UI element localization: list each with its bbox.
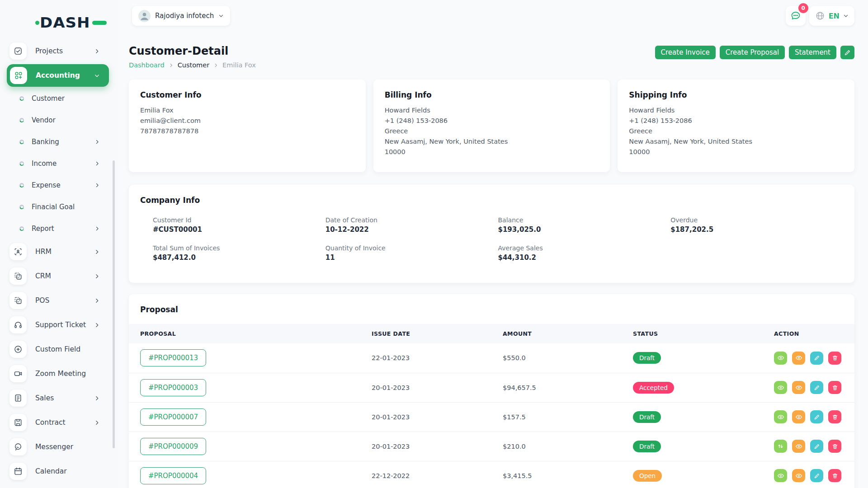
sidebar-item-report[interactable]: Report bbox=[7, 218, 109, 239]
statement-button[interactable]: Statement bbox=[789, 46, 836, 59]
field-quantity-of-invoice: Quantity of Invoice 11 bbox=[326, 244, 498, 262]
preview-button[interactable] bbox=[792, 469, 805, 482]
sidebar-item-sales[interactable]: Sales bbox=[7, 386, 109, 410]
sidebar-item-accounting[interactable]: Accounting bbox=[7, 64, 109, 87]
plus-circle-icon bbox=[9, 341, 27, 358]
proposal-id-link[interactable]: #PROP000003 bbox=[140, 379, 206, 396]
proposal-id-link[interactable]: #PROP000004 bbox=[140, 467, 206, 484]
preview-button[interactable] bbox=[792, 440, 805, 453]
create-proposal-button[interactable]: Create Proposal bbox=[720, 46, 785, 59]
proposal-id-link[interactable]: #PROP000013 bbox=[140, 349, 206, 366]
view-button[interactable] bbox=[774, 469, 787, 482]
sidebar-item-label: HRM bbox=[35, 248, 52, 256]
breadcrumb-customer[interactable]: Customer bbox=[178, 61, 209, 69]
headphones-icon bbox=[9, 316, 27, 333]
breadcrumb-dashboard[interactable]: Dashboard bbox=[129, 61, 165, 69]
notification-badge: 0 bbox=[798, 3, 808, 13]
sidebar-item-banking[interactable]: Banking bbox=[7, 131, 109, 153]
pencil-icon bbox=[814, 473, 820, 479]
create-invoice-button[interactable]: Create Invoice bbox=[655, 46, 716, 59]
globe-icon bbox=[815, 11, 825, 21]
language-selector[interactable]: EN bbox=[809, 6, 854, 26]
page-actions: Create Invoice Create Proposal Statement bbox=[655, 46, 854, 59]
preview-button[interactable] bbox=[792, 352, 805, 365]
shipping-zip: 10000 bbox=[629, 147, 843, 157]
eye-icon bbox=[777, 472, 784, 479]
company-selector[interactable]: Rajodiya infotech bbox=[132, 6, 230, 26]
sidebar-item-label: POS bbox=[35, 296, 49, 305]
amount: $550.0 bbox=[503, 343, 633, 373]
sidebar-item-label: Projects bbox=[35, 47, 63, 55]
sidebar-item-label: Income bbox=[32, 160, 57, 168]
bullet-icon bbox=[19, 161, 24, 166]
sidebar-scrollbar[interactable] bbox=[113, 160, 115, 448]
breadcrumb-separator bbox=[169, 63, 174, 68]
view-button[interactable] bbox=[774, 381, 787, 394]
sidebar-item-messenger[interactable]: Messenger bbox=[7, 435, 109, 459]
logo-dot bbox=[35, 21, 39, 25]
sidebar-item-vendor[interactable]: Vendor bbox=[7, 109, 109, 131]
convert-button[interactable] bbox=[774, 440, 787, 453]
chevron-right-icon bbox=[94, 249, 100, 255]
sidebar-item-finacial-goal[interactable]: Finacial Goal bbox=[7, 196, 109, 218]
sidebar-item-pos[interactable]: POS bbox=[7, 288, 109, 313]
preview-button[interactable] bbox=[792, 381, 805, 394]
sidebar-item-projects[interactable]: Projects bbox=[7, 39, 109, 63]
table-row: #PROP000003 20-01-2023 $94,657.5 Accepte… bbox=[129, 373, 854, 402]
eye-icon bbox=[795, 384, 802, 391]
sidebar-item-support-ticket[interactable]: Support Ticket bbox=[7, 313, 109, 337]
edit-button[interactable] bbox=[810, 381, 823, 394]
app-logo[interactable]: DASH bbox=[40, 14, 118, 32]
issue-date: 20-01-2023 bbox=[372, 432, 503, 461]
chevron-down-icon bbox=[843, 13, 849, 19]
sidebar-item-label: Report bbox=[32, 225, 54, 233]
breadcrumb-separator bbox=[213, 63, 218, 68]
proposal-card: Proposal PROPOSAL ISSUE DATE AMOUNT STAT… bbox=[129, 294, 854, 488]
delete-button[interactable] bbox=[828, 352, 841, 365]
table-row: #PROP000009 20-01-2023 $210.0 Draft bbox=[129, 432, 854, 461]
billing-country: Greece bbox=[385, 126, 599, 136]
sidebar-item-calendar[interactable]: Calendar bbox=[7, 459, 109, 483]
sidebar-item-contract[interactable]: Contract bbox=[7, 410, 109, 435]
edit-button[interactable] bbox=[810, 440, 823, 453]
proposal-id-link[interactable]: #PROP000009 bbox=[140, 438, 206, 455]
bullet-icon bbox=[19, 96, 24, 101]
amount: $94,657.5 bbox=[503, 373, 633, 402]
messages-button[interactable]: 0 bbox=[786, 6, 806, 26]
delete-button[interactable] bbox=[828, 381, 841, 394]
view-button[interactable] bbox=[774, 352, 787, 365]
edit-button[interactable] bbox=[810, 352, 823, 365]
pencil-icon bbox=[814, 385, 820, 391]
sidebar-item-zoom-meeting[interactable]: Zoom Meeting bbox=[7, 361, 109, 386]
status-badge: Open bbox=[633, 470, 662, 482]
eye-icon bbox=[777, 354, 784, 361]
edit-button[interactable] bbox=[810, 469, 823, 482]
edit-customer-button[interactable] bbox=[840, 46, 854, 59]
status-badge: Draft bbox=[633, 411, 661, 423]
sidebar-item-customer[interactable]: Customer bbox=[7, 88, 109, 109]
avatar bbox=[138, 10, 151, 22]
view-button[interactable] bbox=[774, 410, 787, 423]
sidebar-item-income[interactable]: Income bbox=[7, 153, 109, 174]
sidebar-item-hrm[interactable]: HRM bbox=[7, 239, 109, 264]
sidebar-item-label: Messenger bbox=[35, 443, 73, 451]
delete-button[interactable] bbox=[828, 440, 841, 453]
sidebar-item-expense[interactable]: Expense bbox=[7, 174, 109, 196]
amount: $157.5 bbox=[503, 402, 633, 432]
table-row: #PROP000004 22-12-2022 $3,415.5 Open bbox=[129, 461, 854, 488]
sidebar-nav: Projects Accounting Customer Vendor Bank… bbox=[7, 39, 109, 483]
status-badge: Accepted bbox=[633, 382, 674, 394]
delete-button[interactable] bbox=[828, 469, 841, 482]
edit-button[interactable] bbox=[810, 410, 823, 423]
delete-button[interactable] bbox=[828, 410, 841, 423]
proposal-table: PROPOSAL ISSUE DATE AMOUNT STATUS ACTION… bbox=[129, 324, 854, 488]
col-status: STATUS bbox=[633, 324, 774, 343]
sidebar-item-custom-field[interactable]: Custom Field bbox=[7, 337, 109, 361]
proposal-id-link[interactable]: #PROP000007 bbox=[140, 408, 206, 426]
copy-icon bbox=[9, 292, 27, 309]
shipping-country: Greece bbox=[629, 126, 843, 136]
sidebar-item-crm[interactable]: CRM bbox=[7, 264, 109, 288]
convert-arrows-icon bbox=[777, 443, 784, 450]
preview-button[interactable] bbox=[792, 410, 805, 423]
shipping-info-card: Shipping Info Howard Fields +1 (248) 153… bbox=[618, 80, 854, 172]
